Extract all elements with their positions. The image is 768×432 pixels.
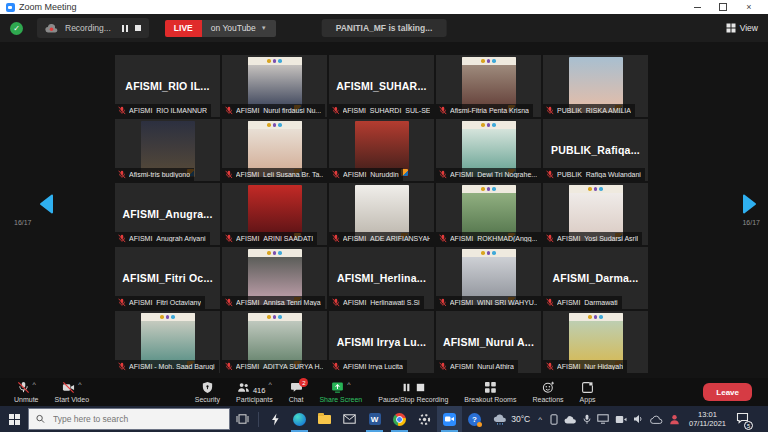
participant-tile[interactable]: AFISMI_ADITYA SURYA H... [222,311,327,373]
zoom-logo-icon [6,3,15,12]
participant-name-label: AFISMI_Fitri Octaviany [115,296,205,309]
participants-button[interactable]: 416 ^ Participants [228,378,281,406]
participant-tile[interactable]: AFISMI_Annisa Tenri Maya [222,247,327,309]
taskbar-app-word[interactable]: W [362,406,387,432]
clock-time: 13:01 [689,410,726,419]
participant-tile[interactable]: AFISMI_SUHAR... AFISMI_SUHARDI_SUL-SEL [329,55,434,117]
search-input[interactable] [51,413,222,425]
participant-tile[interactable]: AFISMI_Nur Hidayah [543,311,648,373]
camera-icon[interactable] [615,415,627,424]
participant-tile[interactable]: AFISMI_Herlina... AFISMI_Herlinawati S.S… [329,247,434,309]
participant-tile[interactable]: AFISMI_ARINI SAADATI [222,183,327,245]
participant-tile[interactable]: AFISMI_Darma... AFISMI_Darmawati [543,247,648,309]
taskbar-clock[interactable]: 13:01 07/11/2021 [689,410,726,429]
leave-button[interactable]: Leave [703,383,752,401]
stop-recording-icon[interactable] [135,25,141,31]
participant-tile[interactable]: Afismi-Fitria Penta Krisna [436,55,541,117]
tray-expand-caret[interactable]: ^ [538,415,542,424]
security-button[interactable]: Security [187,378,228,406]
unmute-label: Unmute [14,396,39,403]
participant-tile[interactable]: AFISMI_Nurul A... AFISMI_Nurul Athira [436,311,541,373]
gallery-prev-page[interactable]: 16/17 [14,194,64,226]
youtube-stream-dropdown[interactable]: on YouTube ▼ [202,20,276,37]
minimize-button[interactable] [684,0,710,14]
participant-tile[interactable]: AFISMI_WINI SRI WAHYU... [436,247,541,309]
apps-button[interactable]: Apps [572,378,604,406]
view-button[interactable]: View [726,23,758,33]
taskbar-app-explorer[interactable] [312,406,337,432]
mic-tray-icon[interactable] [583,414,591,425]
participant-tile[interactable]: AFISMI_Nurul firdausi Nu... [222,55,327,117]
participant-tile[interactable]: Afismi-tris budiyono [115,119,220,181]
apps-icon [581,381,594,394]
action-center-button[interactable]: 5 [736,410,749,428]
participant-tile[interactable]: AFISMI_Leli Susana Br. Ta... [222,119,327,181]
cloud-recording-icon [45,23,58,33]
reactions-button[interactable]: Reactions [524,378,571,406]
participant-tile[interactable]: AFISMI_Nuruddin [329,119,434,181]
phone-icon[interactable] [550,414,558,425]
photo-banner [248,313,302,321]
participant-tile[interactable]: PUBLIK_Rafiqa... PUBLIK_Rafiqa Wulandani [543,119,648,181]
taskbar-app-mail[interactable] [337,406,362,432]
encryption-shield-icon[interactable]: ✓ [10,22,23,35]
participants-caret[interactable]: ^ [268,381,271,388]
photo-banner [462,249,516,257]
previous-page-arrow-icon [38,194,54,214]
participant-name-text: AFISMI_Annisa Tenri Maya [236,299,321,306]
participant-tile[interactable]: PUBLIK_RISKA AMILIA [543,55,648,117]
mic-options-caret[interactable]: ^ [33,381,36,388]
taskbar-app-chrome[interactable] [387,406,412,432]
participant-tile[interactable]: AFISMI Irrya Lu... AFISMI Irrya Lucita [329,311,434,373]
close-button[interactable]: × [736,0,762,14]
muted-mic-icon [439,362,447,371]
mail-icon [343,414,356,424]
task-view-icon [236,413,249,425]
speaker-icon[interactable] [633,414,644,424]
participant-tile[interactable]: AFISMI_Anugra... AFISMI_Anugrah Ariyani [115,183,220,245]
participant-tile[interactable]: AFISMI_Dewi Tri Nograhe... [436,119,541,181]
participant-name-text: AFISMI_Nurul firdausi Nu... [236,107,321,114]
gallery-next-page[interactable]: 16/17 [710,194,760,226]
unmute-button[interactable]: ^ Unmute [6,378,47,406]
chat-button[interactable]: Chat 2 [281,378,312,406]
breakout-rooms-label: Breakout Rooms [464,396,516,403]
taskbar-app-edge[interactable] [287,406,312,432]
participant-name-text: AFISMI_SUHARDI_SUL-SEL [343,107,430,114]
monitor-icon[interactable] [597,414,609,424]
breakout-rooms-button[interactable]: Breakout Rooms [456,378,524,406]
video-options-caret[interactable]: ^ [78,381,81,388]
word-icon: W [369,413,381,425]
muted-mic-icon [332,106,340,115]
participant-tile[interactable]: AFISMI_Yosi Sudarsi Asril [543,183,648,245]
windows-taskbar: W ? 30°C ^ 13:01 07/ [0,406,768,432]
onedrive-icon[interactable] [650,415,663,424]
participant-name-text: AFISMI_Leli Susana Br. Ta... [236,171,323,178]
chat-label: Chat [289,396,304,403]
pause-stop-label: Pause/Stop Recording [378,396,448,403]
participant-tile[interactable]: AFISMI_ADE ARIFIANSYAH [329,183,434,245]
task-view-button[interactable] [230,406,255,432]
taskbar-app-zoom[interactable] [437,406,462,432]
muted-mic-icon [118,362,126,371]
participant-name-text: AFISMI_Anugrah Ariyani [129,235,206,242]
pause-recording-icon[interactable] [122,25,128,32]
share-screen-button[interactable]: ^ Share Screen [311,378,370,406]
start-video-button[interactable]: ^ Start Video [47,378,98,406]
taskbar-search[interactable] [28,408,230,430]
cloud-icon[interactable] [564,415,577,424]
taskbar-app-lightning[interactable] [262,406,287,432]
taskbar-weather[interactable]: 30°C [493,414,530,425]
taskbar-app-settings[interactable] [412,406,437,432]
pause-stop-recording-button[interactable]: Pause/Stop Recording [370,378,456,406]
participant-tile[interactable]: AFISMI_RIO IL... AFISMI_RIO ILMANNUR [115,55,220,117]
start-button[interactable] [0,406,28,432]
teams-icon[interactable] [669,414,680,425]
participant-tile[interactable]: AFISMI - Moh. Saad Baruqi [115,311,220,373]
taskbar-app-help[interactable]: ? [462,406,487,432]
participant-tile[interactable]: AFISMI_ROKHMAD(Angg... [436,183,541,245]
muted-mic-icon [118,170,126,179]
maximize-button[interactable] [710,0,736,14]
participant-tile[interactable]: AFISMI_Fitri Oc... AFISMI_Fitri Octavian… [115,247,220,309]
share-options-caret[interactable]: ^ [347,381,350,388]
